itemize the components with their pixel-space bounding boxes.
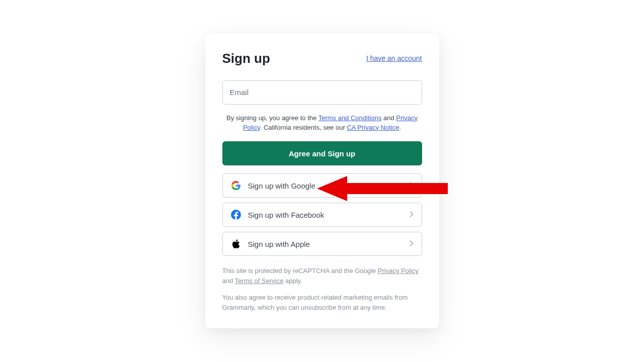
recaptcha-terms-link[interactable]: Terms of Service (235, 277, 284, 285)
consent-text-part1: By signing up, you agree to the (226, 114, 318, 122)
recaptcha-privacy-link[interactable]: Privacy Policy (378, 267, 419, 275)
consent-text-part3: . California residents, see our (260, 124, 347, 131)
consent-text-part2: and (381, 114, 396, 122)
signup-google-button[interactable]: Sign up with Google (222, 173, 422, 198)
page-title: Sign up (222, 51, 270, 66)
chevron-right-icon (410, 240, 414, 248)
chevron-right-icon (410, 182, 414, 190)
header-row: Sign up I have an account (222, 51, 422, 66)
signup-card: Sign up I have an account By signing up,… (205, 34, 439, 329)
google-icon (231, 180, 241, 191)
consent-text-part4: . (399, 124, 401, 131)
recaptcha-text: This site is protected by reCAPTCHA and … (222, 266, 422, 286)
facebook-button-label: Sign up with Facebook (248, 211, 325, 219)
have-account-link[interactable]: I have an account (366, 54, 422, 62)
marketing-text: You also agree to receive product-relate… (222, 293, 422, 312)
recaptcha-text-part2: and (222, 277, 235, 285)
ca-privacy-notice-link[interactable]: CA Privacy Notice (347, 124, 399, 131)
terms-and-conditions-link[interactable]: Terms and Conditions (318, 114, 382, 122)
recaptcha-text-part3: apply. (283, 277, 302, 285)
agree-signup-button[interactable]: Agree and Sign up (222, 141, 422, 165)
email-field[interactable] (222, 80, 422, 105)
recaptcha-text-part1: This site is protected by reCAPTCHA and … (222, 267, 378, 275)
signup-apple-button[interactable]: Sign up with Apple (222, 232, 422, 256)
consent-text: By signing up, you agree to the Terms an… (222, 114, 422, 133)
signup-facebook-button[interactable]: Sign up with Facebook (222, 203, 422, 227)
facebook-icon (231, 210, 241, 220)
chevron-right-icon (410, 211, 414, 219)
apple-icon (231, 239, 241, 249)
google-button-label: Sign up with Google (248, 182, 315, 190)
apple-button-label: Sign up with Apple (248, 240, 310, 248)
